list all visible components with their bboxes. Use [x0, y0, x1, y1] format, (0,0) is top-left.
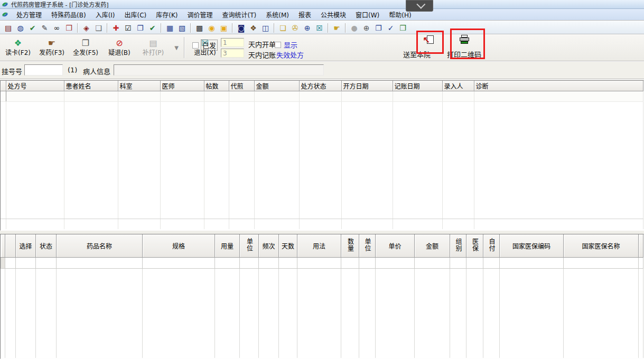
- table-row[interactable]: [1, 257, 643, 268]
- dye-bucket-icon[interactable]: ◙: [235, 23, 247, 34]
- note-copy-icon[interactable]: ❐: [134, 23, 146, 34]
- new-window-icon[interactable]: ❑: [92, 23, 105, 34]
- col-self-pay[interactable]: 自付: [483, 234, 500, 257]
- patient-info-label: 病人信息: [83, 66, 110, 76]
- toolbar-separator: [77, 23, 78, 33]
- dispensed-checkbox[interactable]: [192, 42, 199, 49]
- grid-edit-icon[interactable]: ▦: [164, 23, 176, 34]
- menu-query-stats[interactable]: 查询统计(T): [218, 9, 262, 20]
- divider: [0, 61, 644, 62]
- matrix-icon[interactable]: ▩: [193, 23, 206, 34]
- menu-reports[interactable]: 报表: [294, 9, 316, 20]
- invalid-prescription-label: 失效处方: [276, 50, 304, 60]
- reg-number-input[interactable]: [24, 64, 63, 75]
- col-select[interactable]: 选择: [16, 234, 36, 257]
- card-terminal-icon[interactable]: ▤: [2, 23, 14, 34]
- doc-approve-icon[interactable]: ✓: [385, 23, 397, 34]
- search-icon[interactable]: ⊕: [301, 23, 313, 34]
- dispensed-label: 已发: [201, 40, 218, 51]
- report-card-icon[interactable]: ❒: [63, 23, 75, 34]
- col-dosage[interactable]: 用量: [215, 234, 240, 257]
- col-frequency[interactable]: 频次: [259, 234, 279, 257]
- col-amount[interactable]: 金额: [415, 234, 450, 257]
- book-search-icon[interactable]: ◈: [80, 23, 92, 34]
- folder-find-icon[interactable]: ❖: [247, 23, 259, 34]
- col-group[interactable]: 组别: [450, 234, 466, 257]
- patient-info-input[interactable]: [114, 64, 324, 75]
- col-unit-price[interactable]: 单价: [376, 234, 415, 257]
- clipboard-export-icon[interactable]: ❒: [397, 23, 409, 34]
- toolbar-separator: [107, 23, 108, 33]
- drug-detail-table: 选择 状态 药品名称 规格 用量 单位 频次 天数 用法 数量 单位 单价 金额…: [0, 234, 644, 359]
- col-national-insurance-name[interactable]: 国家医保名称: [564, 234, 639, 257]
- menu-bar: 处方管理 特殊药品(B) 入库(I) 出库(C) 库存(K) 调价管理 查询统计…: [0, 9, 644, 20]
- chevron-down-icon: [416, 0, 425, 9]
- window-title: 代煎药房管理子系统 - [门诊处方发药]: [11, 0, 109, 8]
- menu-prescription-mgmt[interactable]: 处方管理: [12, 9, 46, 20]
- cascade-windows-icon[interactable]: ❐: [372, 23, 385, 34]
- binoculars-icon[interactable]: ∞: [51, 23, 63, 34]
- col-entry-person[interactable]: 录入人: [442, 81, 474, 91]
- col-status[interactable]: 处方状态: [299, 81, 341, 91]
- col-usage[interactable]: 用法: [297, 234, 341, 257]
- col-quantity[interactable]: 数量: [341, 234, 359, 257]
- menu-outbound[interactable]: 出库(C): [120, 9, 152, 20]
- zoom-icon[interactable]: ⊕: [360, 23, 372, 34]
- col-physician[interactable]: 医师: [160, 81, 204, 91]
- col-indicator: [1, 81, 6, 91]
- table-row[interactable]: [1, 91, 643, 102]
- col-dosage-unit[interactable]: 单位: [240, 234, 259, 257]
- menu-special-drugs[interactable]: 特殊药品(B): [46, 9, 91, 20]
- open-folder-icon[interactable]: ❏: [277, 23, 289, 34]
- check-item-icon[interactable]: ☑: [122, 23, 134, 34]
- col-diagnosis[interactable]: 诊断: [474, 81, 643, 91]
- menu-inbound[interactable]: 入库(I): [91, 9, 120, 20]
- close-window-icon[interactable]: ☒: [313, 23, 325, 34]
- menu-window[interactable]: 窗口(W): [351, 9, 384, 20]
- col-account-date[interactable]: 记账日期: [393, 81, 442, 91]
- key-icon[interactable]: ✇: [289, 23, 301, 34]
- toolbar-separator: [345, 23, 346, 33]
- eraser-icon[interactable]: ●: [348, 23, 360, 34]
- col-cutoff: [639, 234, 643, 257]
- toolbar-separator: [328, 23, 329, 33]
- show-label: 显示: [284, 40, 297, 50]
- alarm-monitor-icon[interactable]: ▣: [218, 23, 230, 34]
- bell-icon[interactable]: ◉: [206, 23, 218, 34]
- col-unit[interactable]: 单位: [359, 234, 376, 257]
- menu-price-adjust[interactable]: 调价管理: [183, 9, 218, 20]
- collapse-overlay-button[interactable]: [406, 0, 433, 12]
- reg-number-label: 挂号号: [2, 66, 22, 76]
- col-national-insurance-code[interactable]: 国家医保编码: [500, 234, 564, 257]
- toolbar-separator: [232, 23, 233, 33]
- col-days[interactable]: 天数: [279, 234, 297, 257]
- reg-hint: (1): [68, 66, 77, 74]
- col-dose-count[interactable]: 帖数: [204, 81, 229, 91]
- col-patient-name[interactable]: 患者姓名: [64, 81, 118, 91]
- col-prescription-no[interactable]: 处方号: [6, 81, 64, 91]
- menu-inventory[interactable]: 库存(K): [151, 9, 182, 20]
- annotation-box-print: [450, 29, 485, 59]
- note-verify-icon[interactable]: ✔: [146, 23, 158, 34]
- col-amount[interactable]: 金额: [254, 81, 299, 91]
- edit-prescription-icon[interactable]: ✎: [39, 23, 51, 34]
- col-spec[interactable]: 规格: [143, 234, 215, 257]
- account-days-input[interactable]: [221, 49, 244, 58]
- col-department[interactable]: 科室: [118, 81, 160, 91]
- col-open-date[interactable]: 开方日期: [341, 81, 393, 91]
- col-insurance[interactable]: 医保: [466, 234, 483, 257]
- ink-bottle-icon[interactable]: ◍: [14, 23, 26, 34]
- col-drug-name[interactable]: 药品名称: [57, 234, 143, 257]
- menu-common-modules[interactable]: 公共模块: [316, 9, 351, 20]
- send-mail-icon[interactable]: ☛: [331, 23, 343, 34]
- dispense-ok-icon[interactable]: ✔: [26, 23, 39, 34]
- show-invalid-checkbox[interactable]: [275, 42, 281, 48]
- grid-cancel-icon[interactable]: ▧: [176, 23, 188, 34]
- menu-system[interactable]: 系统(M): [261, 9, 294, 20]
- clipboard-add-icon[interactable]: ✚: [110, 23, 122, 34]
- col-state[interactable]: 状态: [36, 234, 57, 257]
- open-days-input[interactable]: [221, 38, 244, 47]
- col-decoction[interactable]: 代煎: [229, 81, 254, 91]
- toolbar-separator: [161, 23, 162, 33]
- window-find-icon[interactable]: ◫: [259, 23, 272, 34]
